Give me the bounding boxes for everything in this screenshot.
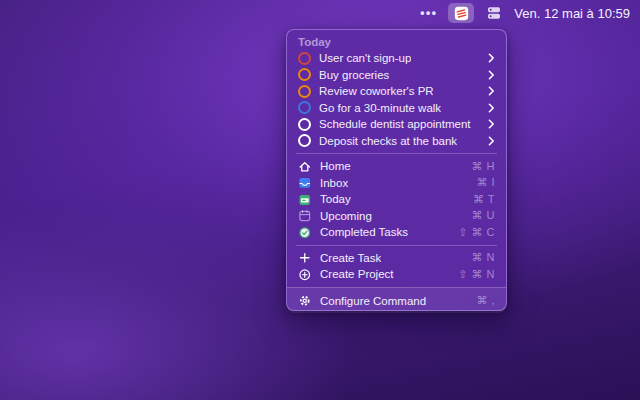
action-label: Create Task (320, 252, 381, 264)
todoist-menubar-button[interactable] (448, 3, 474, 23)
todoist-logo-icon (452, 4, 470, 22)
keyboard-shortcut: ⌘ I (476, 176, 495, 189)
nav-menu-item[interactable]: Today ⌘ T (287, 191, 506, 208)
configure-command-label: Configure Command (320, 295, 426, 307)
action-menu-item[interactable]: Create Project ⇧ ⌘ N (287, 266, 506, 283)
task-priority-circle-icon (298, 52, 311, 65)
task-priority-circle-icon (298, 134, 311, 147)
keyboard-shortcut: ⌘ U (472, 209, 496, 222)
chevron-right-icon (488, 136, 495, 146)
task-label: Schedule dentist appointment (319, 118, 471, 130)
action-menu-item[interactable]: Create Task ⌘ N (287, 250, 506, 267)
menu-footer: Configure Command ⌘ , (287, 287, 506, 313)
nav-menu-item[interactable]: Inbox ⌘ I (287, 175, 506, 192)
home-icon (298, 159, 312, 173)
stack-menubar-button[interactable] (485, 4, 503, 22)
configure-command-item[interactable]: Configure Command ⌘ , (287, 292, 506, 310)
divider (296, 153, 497, 154)
plus-icon (298, 251, 312, 265)
task-priority-circle-icon (298, 101, 311, 114)
gear-icon (298, 294, 312, 308)
task-menu-item[interactable]: User can't sign-up (287, 50, 506, 67)
section-header-today: Today (287, 35, 506, 50)
task-list: User can't sign-up Buy groceries Review … (287, 50, 506, 149)
task-priority-circle-icon (298, 68, 311, 81)
task-label: Review coworker's PR (319, 85, 434, 97)
calendar-today-icon (298, 192, 312, 206)
calendar-upcoming-icon (298, 209, 312, 223)
keyboard-shortcut: ⌘ T (473, 193, 495, 206)
action-label: Create Project (320, 268, 394, 280)
nav-label: Inbox (320, 177, 348, 189)
divider (296, 245, 497, 246)
todoist-dropdown-menu: Today User can't sign-up Buy groceries (286, 29, 507, 311)
task-label: Buy groceries (319, 69, 389, 81)
keyboard-shortcut: ⇧ ⌘ C (458, 226, 495, 239)
task-menu-item[interactable]: Deposit checks at the bank (287, 133, 506, 150)
chevron-right-icon (488, 70, 495, 80)
nav-menu-item[interactable]: Upcoming ⌘ U (287, 208, 506, 225)
chevron-right-icon (488, 53, 495, 63)
chevron-right-icon (488, 119, 495, 129)
nav-menu-item[interactable]: Home ⌘ H (287, 158, 506, 175)
keyboard-shortcut: ⌘ , (476, 294, 495, 307)
chevron-right-icon (488, 86, 495, 96)
task-label: Deposit checks at the bank (319, 135, 457, 147)
inbox-icon (298, 176, 312, 190)
desktop-wallpaper: ••• Ven. 12 mai à 10:59 Today (0, 0, 640, 400)
task-menu-item[interactable]: Go for a 30-minute walk (287, 100, 506, 117)
task-priority-circle-icon (298, 85, 311, 98)
nav-label: Upcoming (320, 210, 372, 222)
plus-circle-icon (298, 267, 312, 281)
task-label: User can't sign-up (319, 52, 411, 64)
nav-label: Completed Tasks (320, 226, 408, 238)
nav-menu-item[interactable]: Completed Tasks ⇧ ⌘ C (287, 224, 506, 241)
task-menu-item[interactable]: Buy groceries (287, 67, 506, 84)
task-menu-item[interactable]: Schedule dentist appointment (287, 116, 506, 133)
overflow-menu-items[interactable]: ••• (420, 0, 437, 26)
keyboard-shortcut: ⇧ ⌘ N (458, 268, 495, 281)
stack-icon (486, 5, 502, 21)
menu-bar: ••• Ven. 12 mai à 10:59 (0, 0, 640, 26)
check-circle-icon (298, 225, 312, 239)
nav-list: Home ⌘ H Inbox ⌘ I Today ⌘ T Upcoming ⌘ … (287, 158, 506, 241)
action-list: Create Task ⌘ N Create Project ⇧ ⌘ N (287, 250, 506, 283)
task-label: Go for a 30-minute walk (319, 102, 441, 114)
nav-label: Today (320, 193, 351, 205)
keyboard-shortcut: ⌘ N (472, 251, 496, 264)
task-priority-circle-icon (298, 118, 311, 131)
keyboard-shortcut: ⌘ H (472, 160, 496, 173)
nav-label: Home (320, 160, 351, 172)
task-menu-item[interactable]: Review coworker's PR (287, 83, 506, 100)
menubar-clock[interactable]: Ven. 12 mai à 10:59 (514, 6, 630, 21)
chevron-right-icon (488, 103, 495, 113)
